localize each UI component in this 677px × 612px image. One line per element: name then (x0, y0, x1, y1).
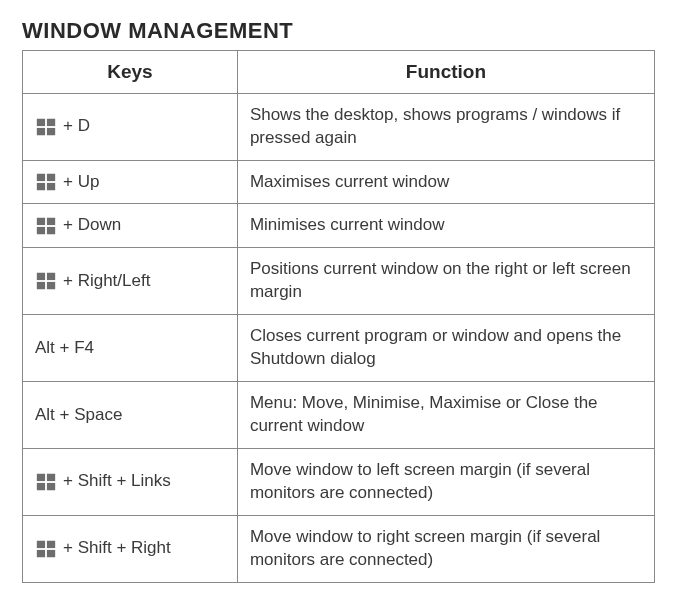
svg-rect-13 (47, 273, 55, 280)
svg-rect-22 (37, 550, 45, 557)
table-row: + DownMinimises current window (23, 204, 655, 248)
svg-rect-14 (37, 282, 45, 289)
svg-rect-12 (37, 273, 45, 280)
keys-text: + Up (63, 171, 99, 194)
keys-text: + Shift + Right (63, 537, 171, 560)
svg-rect-17 (47, 474, 55, 481)
keys-cell: + Down (23, 204, 238, 248)
svg-rect-2 (37, 127, 45, 134)
function-cell: Positions current window on the right or… (237, 248, 654, 315)
windows-logo-icon (35, 471, 57, 493)
header-function: Function (237, 51, 654, 94)
windows-logo-icon (35, 116, 57, 138)
svg-rect-23 (47, 550, 55, 557)
keys-cell: Alt + F4 (23, 315, 238, 382)
keys-text: Alt + Space (35, 404, 122, 427)
keys-text: + D (63, 115, 90, 138)
svg-rect-3 (47, 127, 55, 134)
table-header-row: Keys Function (23, 51, 655, 94)
table-row: + UpMaximises current window (23, 160, 655, 204)
table-row: + Shift + RightMove window to right scre… (23, 515, 655, 582)
svg-rect-0 (37, 118, 45, 125)
windows-logo-icon (35, 215, 57, 237)
function-cell: Move window to left screen margin (if se… (237, 449, 654, 516)
svg-rect-21 (47, 541, 55, 548)
windows-logo-icon (35, 171, 57, 193)
svg-rect-11 (47, 227, 55, 234)
svg-rect-1 (47, 118, 55, 125)
table-row: + Shift + LinksMove window to left scree… (23, 449, 655, 516)
svg-rect-16 (37, 474, 45, 481)
table-row: Alt + SpaceMenu: Move, Minimise, Maximis… (23, 382, 655, 449)
keys-cell: + Right/Left (23, 248, 238, 315)
svg-rect-15 (47, 282, 55, 289)
keys-cell: + D (23, 93, 238, 160)
keys-text: + Down (63, 214, 121, 237)
shortcut-table: Keys Function + DShows the desktop, show… (22, 50, 655, 583)
header-keys: Keys (23, 51, 238, 94)
function-cell: Closes current program or window and ope… (237, 315, 654, 382)
svg-rect-4 (37, 174, 45, 181)
keys-text: Alt + F4 (35, 337, 94, 360)
function-cell: Shows the desktop, shows programs / wind… (237, 93, 654, 160)
function-cell: Minimises current window (237, 204, 654, 248)
svg-rect-7 (47, 183, 55, 190)
keys-cell: + Shift + Right (23, 515, 238, 582)
keys-text: + Right/Left (63, 270, 150, 293)
table-row: + DShows the desktop, shows programs / w… (23, 93, 655, 160)
function-cell: Menu: Move, Minimise, Maximise or Close … (237, 382, 654, 449)
table-row: + Right/LeftPositions current window on … (23, 248, 655, 315)
function-cell: Move window to right screen margin (if s… (237, 515, 654, 582)
function-cell: Maximises current window (237, 160, 654, 204)
keys-cell: + Shift + Links (23, 449, 238, 516)
table-row: Alt + F4Closes current program or window… (23, 315, 655, 382)
svg-rect-9 (47, 218, 55, 225)
svg-rect-6 (37, 183, 45, 190)
windows-logo-icon (35, 538, 57, 560)
svg-rect-19 (47, 483, 55, 490)
svg-rect-18 (37, 483, 45, 490)
svg-rect-20 (37, 541, 45, 548)
svg-rect-8 (37, 218, 45, 225)
section-title: WINDOW MANAGEMENT (22, 18, 655, 44)
keys-cell: + Up (23, 160, 238, 204)
keys-cell: Alt + Space (23, 382, 238, 449)
keys-text: + Shift + Links (63, 470, 171, 493)
svg-rect-5 (47, 174, 55, 181)
windows-logo-icon (35, 270, 57, 292)
svg-rect-10 (37, 227, 45, 234)
